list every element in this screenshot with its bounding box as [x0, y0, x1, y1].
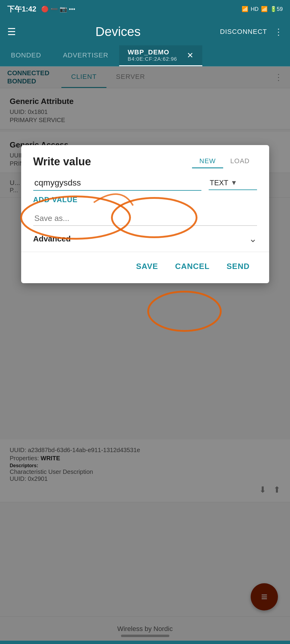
type-select-label: TEXT [210, 179, 228, 187]
status-bar: 下午1:42 🔴 ➖ 📷 ••• 📶 HD 📶 🔋59 [0, 0, 290, 18]
app-bar-actions: DISCONNECT ⋮ [220, 27, 283, 37]
send-button[interactable]: SEND [219, 258, 257, 275]
advanced-label: Advanced [33, 234, 71, 244]
main-tabs: BONDED ADVERTISER WBP_DEMO B4:0E:CF:2A:6… [0, 45, 290, 66]
battery-icon: 🔋59 [270, 6, 283, 12]
add-value-button[interactable]: ADD VALUE [21, 191, 90, 209]
tab-bonded[interactable]: BONDED [0, 45, 52, 66]
dialog-tab-load[interactable]: LOAD [223, 155, 257, 168]
tab-advertiser-label: ADVERTISER [63, 51, 108, 59]
wifi-icon: 📶 [261, 6, 268, 12]
write-value-dialog: Write value NEW LOAD TEXT ▼ ADD VALUE [21, 145, 269, 283]
dialog-title: Write value [33, 155, 91, 168]
tab-close-icon[interactable]: ✕ [187, 51, 194, 60]
tab-device-name: WBP_DEMO [128, 48, 177, 56]
tab-device-info: WBP_DEMO B4:0E:CF:2A:62:96 [128, 48, 177, 62]
dialog-actions: SAVE CANCEL SEND [21, 252, 269, 283]
type-select-arrow-icon: ▼ [231, 179, 237, 187]
status-icons: 📶 HD 📶 🔋59 [242, 6, 283, 12]
tab-advertiser[interactable]: ADVERTISER [52, 45, 119, 66]
dialog-tab-load-label: LOAD [230, 157, 250, 165]
content-area: CONNECTED BONDED CLIENT SERVER ⋮ Generic… [0, 66, 290, 641]
status-left: 下午1:42 🔴 ➖ 📷 ••• [7, 4, 75, 14]
tab-device-mac: B4:0E:CF:2A:62:96 [128, 56, 177, 62]
advanced-chevron-icon: ⌄ [249, 233, 257, 244]
cancel-button[interactable]: CANCEL [168, 258, 217, 275]
dialog-tab-group: NEW LOAD [192, 155, 257, 168]
disconnect-button[interactable]: DISCONNECT [220, 28, 267, 36]
status-time: 下午1:42 [7, 4, 36, 14]
hamburger-icon[interactable]: ☰ [7, 26, 16, 37]
dialog-tab-new[interactable]: NEW [192, 155, 223, 168]
value-input[interactable] [33, 176, 201, 191]
overflow-menu-icon[interactable]: ⋮ [274, 27, 283, 37]
bluetooth-icon: 📶 [242, 6, 248, 12]
save-as-input[interactable] [33, 211, 257, 226]
type-select[interactable]: TEXT ▼ [209, 176, 257, 190]
tab-wbp-demo[interactable]: WBP_DEMO B4:0E:CF:2A:62:96 ✕ [119, 45, 202, 66]
dialog-tab-new-label: NEW [199, 157, 216, 165]
status-app-icons: 🔴 ➖ 📷 ••• [41, 5, 75, 13]
save-button[interactable]: SAVE [129, 258, 165, 275]
app-title: Devices [96, 24, 141, 39]
app-bar: ☰ Devices DISCONNECT ⋮ [0, 18, 290, 45]
dialog-input-row: TEXT ▼ [21, 168, 269, 191]
signal-icon: HD [251, 6, 259, 12]
dialog-header: Write value NEW LOAD [21, 145, 269, 168]
tab-bonded-label: BONDED [11, 51, 41, 59]
advanced-row[interactable]: Advanced ⌄ [21, 226, 269, 252]
